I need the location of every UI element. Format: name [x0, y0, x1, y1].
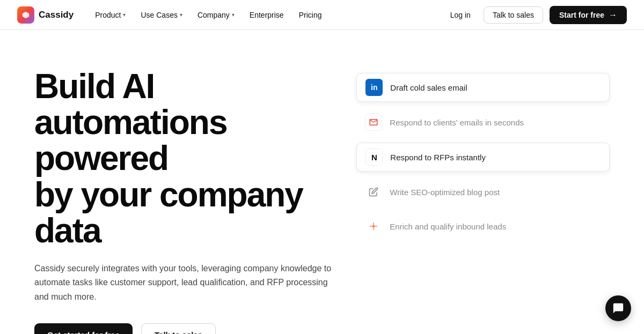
arrow-icon: →	[609, 10, 617, 20]
talk-to-sales-button[interactable]: Talk to sales	[484, 6, 543, 24]
nav-left: Cassidy Product ▾ Use Cases ▾ Company ▾ …	[17, 6, 328, 24]
use-case-label: Respond to clients' emails in seconds	[390, 118, 524, 127]
use-case-hubspot[interactable]: Enrich and qualify inbound leads	[356, 212, 610, 240]
hero-left: Build AI automations powered by your com…	[34, 69, 333, 334]
hero-title: Build AI automations powered by your com…	[34, 69, 333, 249]
hero-cta: Get started for free Talk to sales	[34, 323, 333, 334]
use-case-seo[interactable]: Write SEO-optimized blog post	[356, 178, 610, 206]
get-started-button[interactable]: Get started for free	[34, 323, 133, 334]
hero-section: Build AI automations powered by your com…	[0, 30, 644, 334]
nav-links: Product ▾ Use Cases ▾ Company ▾ Enterpri…	[89, 8, 328, 23]
use-case-gmail[interactable]: Respond to clients' emails in seconds	[356, 108, 610, 136]
gmail-icon	[365, 114, 382, 131]
nav-use-cases[interactable]: Use Cases ▾	[134, 8, 188, 23]
notion-icon: N	[365, 149, 383, 166]
hubspot-icon	[365, 218, 382, 235]
svg-point-0	[372, 225, 375, 228]
logo-icon	[17, 6, 34, 24]
use-case-linkedin[interactable]: in Draft cold sales email	[356, 73, 610, 102]
start-free-button[interactable]: Start for free →	[550, 6, 627, 24]
chat-bubble-button[interactable]	[605, 295, 631, 321]
nav-pricing[interactable]: Pricing	[292, 8, 328, 23]
log-in-button[interactable]: Log in	[444, 8, 477, 23]
use-case-label: Respond to RFPs instantly	[390, 153, 486, 162]
nav-product[interactable]: Product ▾	[89, 8, 132, 23]
nav-right: Log in Talk to sales Start for free →	[444, 6, 627, 24]
logo-text: Cassidy	[39, 10, 74, 20]
chevron-icon: ▾	[232, 12, 235, 18]
talk-to-sales-cta-button[interactable]: Talk to sales	[141, 323, 216, 334]
nav-company[interactable]: Company ▾	[191, 8, 241, 23]
use-case-label: Write SEO-optimized blog post	[390, 188, 500, 197]
use-case-label: Enrich and qualify inbound leads	[390, 222, 506, 231]
use-case-label: Draft cold sales email	[390, 83, 467, 92]
chevron-icon: ▾	[123, 12, 126, 18]
nav-enterprise[interactable]: Enterprise	[243, 8, 290, 23]
chevron-icon: ▾	[180, 12, 182, 18]
pencil-icon	[365, 183, 382, 201]
navbar: Cassidy Product ▾ Use Cases ▾ Company ▾ …	[0, 0, 644, 30]
hero-use-cases: in Draft cold sales email Respond to cli…	[356, 69, 610, 240]
linkedin-icon: in	[365, 79, 383, 96]
hero-subtitle: Cassidy securely integrates with your to…	[34, 262, 333, 304]
use-case-notion[interactable]: N Respond to RFPs instantly	[356, 143, 610, 172]
